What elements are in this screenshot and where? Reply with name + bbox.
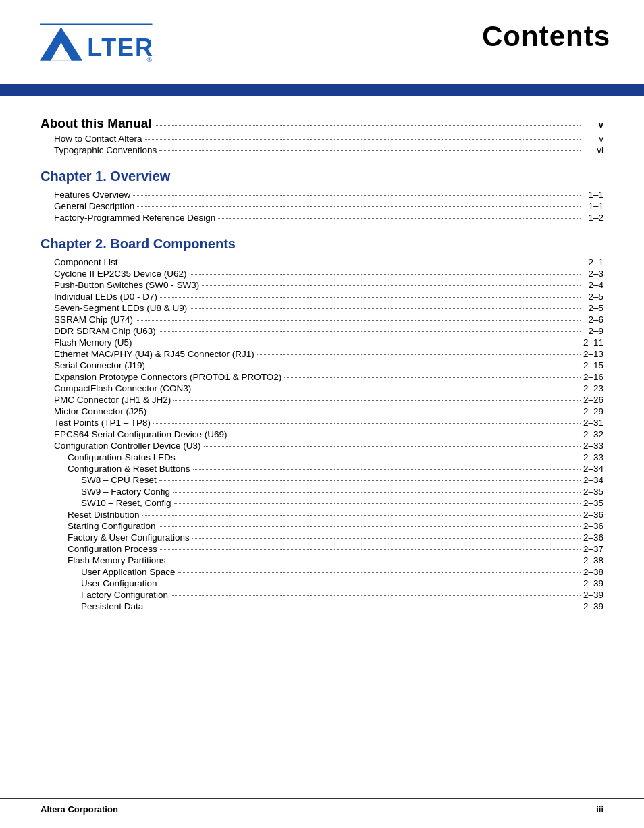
toc-dots	[192, 538, 581, 539]
footer-company: Altera Corporation	[41, 804, 118, 815]
toc-entry-label: SW10 – Reset, Config	[81, 498, 171, 508]
toc-page-number: 2–6	[583, 314, 603, 325]
toc-page-number: 2–38	[583, 555, 603, 565]
toc-dots	[159, 150, 581, 151]
toc-page-number: 2–23	[583, 383, 603, 393]
toc-page-number: 2–34	[583, 464, 603, 474]
list-item: SW8 – CPU Reset2–34	[41, 475, 603, 485]
main-content: About this Manual v How to Contact Alter…	[0, 96, 644, 645]
page-title: Contents	[482, 20, 610, 52]
toc-entry-label: User Configuration	[81, 578, 157, 588]
toc-entry-label: Push-Button Switches (SW0 - SW3)	[54, 280, 199, 290]
toc-entry-label: Mictor Connector (J25)	[54, 406, 146, 416]
chapter2-heading: Chapter 2. Board Components	[41, 236, 603, 252]
list-item: General Description1–1	[41, 201, 603, 211]
toc-entry-label: Persistent Data	[81, 601, 143, 611]
toc-page-number: 2–5	[583, 292, 603, 302]
toc-dots	[194, 389, 581, 389]
toc-dots	[169, 561, 581, 561]
list-item: Flash Memory (U5)2–11	[41, 337, 603, 348]
toc-dots	[137, 206, 581, 207]
toc-page-number: 2–26	[583, 395, 603, 405]
toc-dots	[142, 515, 581, 516]
header: LTERA ® Contents	[0, 0, 644, 70]
footer: Altera Corporation iii	[0, 798, 644, 815]
list-item: CompactFlash Connector (CON3)2–23	[41, 383, 603, 393]
toc-page-number: 2–33	[583, 452, 603, 462]
toc-entry-label: Configuration-Status LEDs	[68, 452, 176, 462]
toc-page-number: 2–39	[583, 590, 603, 600]
toc-dots	[121, 263, 581, 263]
chapter2-section: Chapter 2. Board Components Component Li…	[41, 236, 603, 611]
toc-dots	[171, 595, 581, 596]
list-item: Factory Configuration2–39	[41, 590, 603, 600]
toc-page-number: 1–2	[583, 213, 603, 223]
toc-entry-label: SSRAM Chip (U74)	[54, 314, 133, 325]
list-item: Cyclone II EP2C35 Device (U62)2–3	[41, 269, 603, 279]
toc-entry-label: Factory-Programmed Reference Design	[54, 213, 215, 223]
toc-entry-label: Serial Connector (J19)	[54, 360, 145, 370]
toc-entry-label: Flash Memory Partitions	[68, 555, 166, 565]
list-item: Individual LEDs (D0 - D7)2–5	[41, 292, 603, 302]
toc-page-number: 1–1	[583, 190, 603, 200]
list-item: Factory-Programmed Reference Design1–2	[41, 213, 603, 223]
logo-area: LTERA ®	[34, 20, 169, 70]
toc-dots	[178, 572, 581, 573]
toc-entry-label: Factory & User Configurations	[68, 532, 190, 543]
toc-dots	[135, 343, 581, 343]
toc-dots	[133, 195, 581, 196]
toc-page-number: vi	[583, 145, 603, 155]
list-item: User Application Space2–38	[41, 567, 603, 577]
toc-dots	[159, 480, 581, 481]
toc-page-number: 2–31	[583, 418, 603, 428]
toc-dots	[202, 285, 581, 286]
toc-entry-label: User Application Space	[81, 567, 176, 577]
list-item: Typographic Conventionsvi	[41, 145, 603, 155]
list-item: Serial Connector (J19)2–15	[41, 360, 603, 370]
list-item: Seven-Segment LEDs (U8 & U9)2–5	[41, 303, 603, 313]
about-section: About this Manual v How to Contact Alter…	[41, 116, 603, 155]
toc-dots	[218, 218, 581, 219]
list-item: User Configuration2–39	[41, 578, 603, 588]
toc-dots	[160, 549, 581, 550]
title-area: Contents	[482, 20, 610, 53]
toc-entry-label: Component List	[54, 257, 118, 267]
toc-entry-label: PMC Connector (JH1 & JH2)	[54, 395, 171, 405]
toc-dots	[204, 446, 581, 447]
toc-page-number: 2–15	[583, 360, 603, 370]
toc-entry-label: Expansion Prototype Connectors (PROTO1 &…	[54, 372, 281, 382]
toc-entry-label: Reset Distribution	[68, 509, 140, 520]
list-item: Persistent Data2–39	[41, 601, 603, 611]
list-item: Reset Distribution2–36	[41, 509, 603, 520]
toc-dots	[148, 366, 581, 366]
toc-page-number: 2–3	[583, 269, 603, 279]
toc-dots	[193, 469, 581, 470]
list-item: Component List2–1	[41, 257, 603, 267]
list-item: Flash Memory Partitions2–38	[41, 555, 603, 565]
toc-page-number: 2–34	[583, 475, 603, 485]
list-item: Factory & User Configurations2–36	[41, 532, 603, 543]
toc-page-number: 2–1	[583, 257, 603, 267]
toc-page-number: 2–13	[583, 349, 603, 359]
toc-entry-label: Configuration & Reset Buttons	[68, 464, 190, 474]
toc-page-number: 2–16	[583, 372, 603, 382]
toc-dots	[173, 400, 581, 401]
list-item: SW10 – Reset, Config2–35	[41, 498, 603, 508]
list-item: Push-Button Switches (SW0 - SW3)2–4	[41, 280, 603, 290]
toc-dots	[146, 607, 581, 607]
toc-dots	[160, 297, 581, 298]
toc-entry-label: Individual LEDs (D0 - D7)	[54, 292, 157, 302]
toc-dots	[159, 331, 581, 332]
toc-entry-label: General Description	[54, 201, 134, 211]
about-entries: How to Contact AlteravTypographic Conven…	[41, 134, 603, 155]
chapter1-section: Chapter 1. Overview Features Overview1–1…	[41, 169, 603, 223]
toc-dots	[190, 274, 581, 275]
about-dots	[155, 125, 581, 126]
list-item: Starting Configuration2–36	[41, 521, 603, 531]
toc-dots	[190, 308, 581, 309]
toc-page-number: 2–9	[583, 326, 603, 336]
toc-page-number: 2–32	[583, 429, 603, 439]
toc-page-number: 2–11	[583, 337, 603, 348]
toc-page-number: 1–1	[583, 201, 603, 211]
toc-page-number: 2–33	[583, 441, 603, 451]
